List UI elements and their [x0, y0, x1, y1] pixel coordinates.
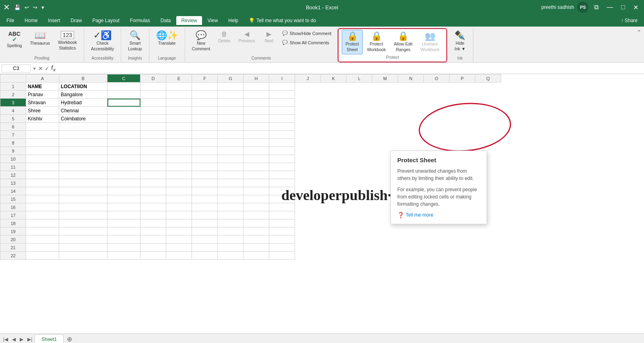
- cell-r15c6[interactable]: [192, 195, 218, 203]
- cell-r17c1[interactable]: [26, 211, 59, 219]
- cell-r9c2[interactable]: [59, 147, 107, 155]
- row-header-10[interactable]: 10: [0, 155, 26, 163]
- cell-r21c9[interactable]: [269, 244, 295, 252]
- cell-r8c5[interactable]: [166, 139, 192, 147]
- cell-r10c1[interactable]: [26, 155, 59, 163]
- cell-r12c2[interactable]: [59, 171, 107, 179]
- cell-r11c4[interactable]: [140, 163, 166, 171]
- cell-r22c3[interactable]: [107, 252, 140, 260]
- cell-r7c1[interactable]: [26, 131, 59, 139]
- cancel-formula-icon[interactable]: ✕: [38, 65, 43, 72]
- cell-r16c2[interactable]: [59, 203, 107, 211]
- cell-r10c9[interactable]: [269, 155, 295, 163]
- cell-r14c7[interactable]: [218, 187, 244, 195]
- cell-r13c3[interactable]: [107, 179, 140, 187]
- cell-r19c6[interactable]: [192, 227, 218, 236]
- cell-r3c5[interactable]: [166, 99, 192, 107]
- cell-r18c4[interactable]: [140, 219, 166, 227]
- row-header-20[interactable]: 20: [0, 236, 26, 244]
- insert-function-icon[interactable]: fx: [51, 64, 56, 72]
- cell-r21c4[interactable]: [140, 244, 166, 252]
- cell-r10c4[interactable]: [140, 155, 166, 163]
- cell-r17c6[interactable]: [192, 211, 218, 219]
- cell-r19c9[interactable]: [269, 227, 295, 236]
- cell-r7c4[interactable]: [140, 131, 166, 139]
- cell-r6c9[interactable]: [269, 123, 295, 131]
- cell-r20c7[interactable]: [218, 236, 244, 244]
- cell-r18c8[interactable]: [244, 219, 269, 227]
- cell-r11c2[interactable]: [59, 163, 107, 171]
- cell-r3c9[interactable]: [269, 99, 295, 107]
- cell-r8c4[interactable]: [140, 139, 166, 147]
- cell-r7c9[interactable]: [269, 131, 295, 139]
- cell-r4c4[interactable]: [140, 107, 166, 115]
- col-header-h[interactable]: H: [244, 74, 269, 83]
- cell-r9c5[interactable]: [166, 147, 192, 155]
- cell-r15c3[interactable]: [107, 195, 140, 203]
- cell-r9c4[interactable]: [140, 147, 166, 155]
- cell-r4c1[interactable]: Shree: [26, 107, 59, 115]
- cell-r18c9[interactable]: [269, 219, 295, 227]
- row-header-14[interactable]: 14: [0, 187, 26, 195]
- menu-data[interactable]: Data: [156, 16, 175, 25]
- cell-r6c7[interactable]: [218, 123, 244, 131]
- col-header-q[interactable]: Q: [475, 74, 501, 83]
- row-header-12[interactable]: 12: [0, 171, 26, 179]
- cell-r3c8[interactable]: [244, 99, 269, 107]
- col-header-m[interactable]: M: [372, 74, 398, 83]
- cell-r11c1[interactable]: [26, 163, 59, 171]
- customize-qat-btn[interactable]: ▾: [40, 4, 46, 11]
- sheet-nav-first-btn[interactable]: |◀: [2, 336, 10, 343]
- cell-r14c4[interactable]: [140, 187, 166, 195]
- menu-lightbulb-icon[interactable]: 💡 Tell me what you want to do: [244, 16, 321, 25]
- cell-r6c1[interactable]: [26, 123, 59, 131]
- cell-r17c4[interactable]: [140, 211, 166, 219]
- cell-r15c5[interactable]: [166, 195, 192, 203]
- cell-r19c8[interactable]: [244, 227, 269, 236]
- cell-r21c7[interactable]: [218, 244, 244, 252]
- cell-r20c3[interactable]: [107, 236, 140, 244]
- cell-r14c9[interactable]: [269, 187, 295, 195]
- previous-comment-btn[interactable]: ◀ Previous: [235, 29, 259, 46]
- protect-workbook-btn[interactable]: 🔒 ProtectWorkbook: [363, 30, 390, 54]
- restore-btn[interactable]: ⧉: [592, 3, 601, 12]
- cell-r2c2[interactable]: Bangalore: [59, 91, 107, 99]
- menu-formulas[interactable]: Formulas: [125, 16, 155, 25]
- cell-r18c1[interactable]: [26, 219, 59, 227]
- cell-r13c4[interactable]: [140, 179, 166, 187]
- menu-view[interactable]: View: [203, 16, 223, 25]
- cell-r15c4[interactable]: [140, 195, 166, 203]
- redo-qat-btn[interactable]: ↪: [31, 4, 39, 11]
- cell-r4c8[interactable]: [244, 107, 269, 115]
- sheet-nav-last-btn[interactable]: ▶|: [26, 336, 34, 343]
- cell-r11c3[interactable]: [107, 163, 140, 171]
- cell-r17c9[interactable]: [269, 211, 295, 219]
- cell-r4c2[interactable]: Chennai: [59, 107, 107, 115]
- cell-r4c6[interactable]: [192, 107, 218, 115]
- cell-r21c6[interactable]: [192, 244, 218, 252]
- confirm-formula-icon[interactable]: ✓: [45, 65, 50, 72]
- undo-qat-btn[interactable]: ↩: [23, 4, 31, 11]
- sheet-tab-sheet1[interactable]: Sheet1: [35, 335, 64, 343]
- cell-r6c6[interactable]: [192, 123, 218, 131]
- cell-r18c2[interactable]: [59, 219, 107, 227]
- spelling-btn[interactable]: ABC✓ Spelling: [3, 29, 25, 51]
- user-avatar[interactable]: PS: [577, 2, 588, 13]
- row-header-19[interactable]: 19: [0, 227, 26, 236]
- sheet-nav-next-btn[interactable]: ▶: [18, 336, 25, 343]
- row-header-8[interactable]: 8: [0, 139, 26, 147]
- cell-r15c8[interactable]: [244, 195, 269, 203]
- cell-r6c5[interactable]: [166, 123, 192, 131]
- cell-r2c4[interactable]: [140, 91, 166, 99]
- cell-r15c2[interactable]: [59, 195, 107, 203]
- col-header-n[interactable]: N: [398, 74, 424, 83]
- cell-r1c8[interactable]: [244, 83, 269, 91]
- cell-r4c5[interactable]: [166, 107, 192, 115]
- cell-r13c5[interactable]: [166, 179, 192, 187]
- cell-r13c2[interactable]: [59, 179, 107, 187]
- cell-r11c8[interactable]: [244, 163, 269, 171]
- cell-r16c8[interactable]: [244, 203, 269, 211]
- cell-r3c6[interactable]: [192, 99, 218, 107]
- cell-r7c2[interactable]: [59, 131, 107, 139]
- cell-r6c3[interactable]: [107, 123, 140, 131]
